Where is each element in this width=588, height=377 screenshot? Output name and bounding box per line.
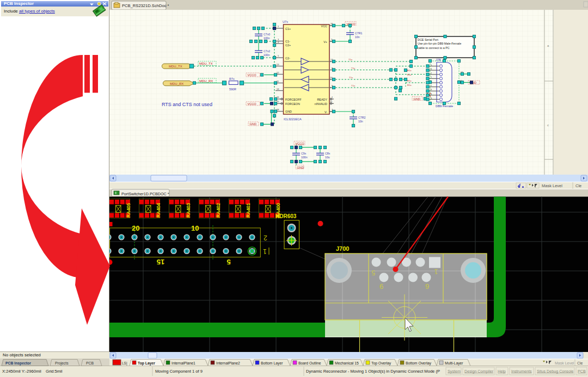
svg-text:PCB_RS2321D.SchDoc *: PCB_RS2321D.SchDoc * bbox=[122, 3, 169, 8]
svg-text:T1x: T1x bbox=[351, 84, 356, 87]
svg-text:100n: 100n bbox=[301, 156, 308, 159]
svg-text:2: 2 bbox=[431, 72, 432, 75]
svg-text:C9x: C9x bbox=[301, 152, 307, 155]
svg-text:RTS and CTS not used: RTS and CTS not used bbox=[162, 102, 212, 107]
svg-text:VCCO: VCCO bbox=[248, 102, 257, 106]
svg-text:Instruments: Instruments bbox=[511, 369, 532, 374]
svg-text:GND: GND bbox=[250, 122, 256, 126]
svg-text:1: 1 bbox=[431, 76, 432, 78]
svg-text:9: 9 bbox=[425, 282, 429, 291]
svg-text:R1x: R1x bbox=[407, 69, 412, 72]
svg-text:5: 5 bbox=[226, 258, 230, 266]
svg-text:FORCEON: FORCEON bbox=[285, 102, 300, 106]
svg-text:14: 14 bbox=[277, 88, 279, 90]
svg-text:J700: J700 bbox=[336, 245, 349, 252]
svg-text:Moving Component 1 of 9: Moving Component 1 of 9 bbox=[155, 369, 203, 374]
svg-text:Projects: Projects bbox=[55, 361, 69, 366]
svg-text:C8x: C8x bbox=[325, 152, 330, 155]
svg-text:6: 6 bbox=[379, 282, 383, 291]
svg-text:DCE Serial Port: DCE Serial Port bbox=[418, 38, 439, 41]
svg-text:MDU_TX: MDU_TX bbox=[169, 65, 182, 68]
svg-text:590R: 590R bbox=[229, 88, 236, 91]
svg-text:10u: 10u bbox=[325, 156, 330, 159]
svg-text:GND: GND bbox=[297, 166, 304, 169]
svg-text:FORCEOFF: FORCEOFF bbox=[285, 98, 302, 101]
svg-text:3: 3 bbox=[431, 97, 432, 100]
svg-text:Situs Debug Console: Situs Debug Console bbox=[537, 369, 574, 374]
svg-text:U7x: U7x bbox=[283, 20, 288, 23]
svg-text:System: System bbox=[448, 369, 461, 374]
svg-text:C2+: C2+ bbox=[285, 44, 291, 47]
svg-text:100n: 100n bbox=[264, 53, 270, 57]
svg-text:C1-: C1- bbox=[285, 40, 290, 43]
svg-text:PCB Inspector: PCB Inspector bbox=[5, 361, 31, 366]
svg-text:ICL3221ECA: ICL3221ECA bbox=[284, 118, 302, 121]
svg-text:Help: Help bbox=[498, 369, 506, 374]
svg-text:C1+: C1+ bbox=[285, 27, 291, 30]
svg-text:7: 7 bbox=[431, 85, 432, 87]
svg-text:Mask Level: Mask Level bbox=[542, 183, 562, 188]
svg-text:R1x: R1x bbox=[407, 84, 412, 86]
svg-text:Use pin-for-pin DB9 Male-Femal: Use pin-for-pin DB9 Male-Female bbox=[418, 42, 461, 45]
svg-text:1: 1 bbox=[263, 248, 267, 255]
svg-text:X:2450mil Y:-2960mil: X:2450mil Y:-2960mil bbox=[2, 369, 41, 374]
svg-text:MDU_RX: MDU_RX bbox=[170, 82, 183, 85]
svg-text:R1x: R1x bbox=[407, 79, 412, 82]
svg-text:T1x: T1x bbox=[349, 76, 353, 79]
svg-text:PortSwitcher1D.PCBDOC *: PortSwitcher1D.PCBDOC * bbox=[121, 191, 169, 196]
svg-text:15: 15 bbox=[157, 258, 164, 266]
svg-text:Dynamic Reconnector - Moving 1: Dynamic Reconnector - Moving 1 Object(s)… bbox=[306, 369, 440, 374]
svg-text:R7x: R7x bbox=[229, 77, 235, 81]
svg-text:C2-: C2- bbox=[285, 57, 290, 60]
svg-text:Design Compiler: Design Compiler bbox=[464, 369, 494, 374]
svg-text:4: 4 bbox=[431, 93, 432, 95]
svg-text:Cle: Cle bbox=[575, 183, 581, 188]
svg-text:GND: GND bbox=[285, 110, 292, 113]
svg-text:T1x: T1x bbox=[348, 58, 353, 61]
svg-text:10n: 10n bbox=[355, 35, 360, 39]
svg-text:RA403: RA403 bbox=[186, 203, 191, 218]
svg-text:cable to connect to a PC: cable to connect to a PC bbox=[418, 46, 450, 50]
svg-text:C7R2: C7R2 bbox=[358, 116, 365, 119]
svg-text:10: 10 bbox=[191, 224, 199, 232]
svg-text:MDU_RX: MDU_RX bbox=[199, 79, 213, 83]
svg-text:C7x2: C7x2 bbox=[264, 50, 270, 53]
svg-text:HDR603: HDR603 bbox=[275, 213, 297, 219]
svg-text:RA402: RA402 bbox=[216, 203, 221, 218]
svg-text:1: 1 bbox=[434, 268, 438, 275]
svg-text:6: 6 bbox=[431, 89, 432, 91]
svg-text:V-: V- bbox=[324, 110, 327, 114]
svg-text:100n: 100n bbox=[264, 36, 270, 40]
svg-text:PCB: PCB bbox=[578, 369, 586, 374]
svg-text:RA405: RA405 bbox=[126, 203, 131, 218]
svg-text:R1x: R1x bbox=[407, 73, 412, 76]
svg-text:5: 5 bbox=[431, 64, 432, 66]
svg-text:RA401: RA401 bbox=[246, 203, 251, 218]
svg-text:MDU_TX: MDU_TX bbox=[199, 62, 213, 65]
svg-text:GND: GND bbox=[414, 97, 420, 101]
svg-text:Grid:5mil: Grid:5mil bbox=[46, 369, 63, 374]
svg-text:V+: V+ bbox=[323, 40, 327, 44]
svg-text:nINVALID: nINVALID bbox=[314, 102, 327, 106]
svg-text:VCCO: VCCO bbox=[248, 73, 257, 77]
svg-text:10n: 10n bbox=[358, 120, 363, 123]
svg-text:RA404: RA404 bbox=[156, 203, 161, 218]
svg-text:T1x: T1x bbox=[351, 67, 356, 70]
svg-text:VCC: VCC bbox=[321, 24, 327, 28]
svg-text:2: 2 bbox=[264, 234, 267, 242]
svg-text:20: 20 bbox=[132, 224, 139, 232]
svg-text:PCB: PCB bbox=[86, 361, 94, 365]
svg-text:C7x0: C7x0 bbox=[264, 33, 270, 36]
svg-text:READY: READY bbox=[317, 98, 327, 101]
svg-text:C7R1: C7R1 bbox=[355, 32, 362, 35]
svg-text:5: 5 bbox=[371, 269, 375, 276]
svg-text:c: c bbox=[547, 123, 549, 127]
svg-text:VCCO: VCCO bbox=[296, 142, 305, 145]
svg-text:13: 13 bbox=[277, 63, 279, 66]
svg-text:4: 4 bbox=[431, 68, 432, 70]
